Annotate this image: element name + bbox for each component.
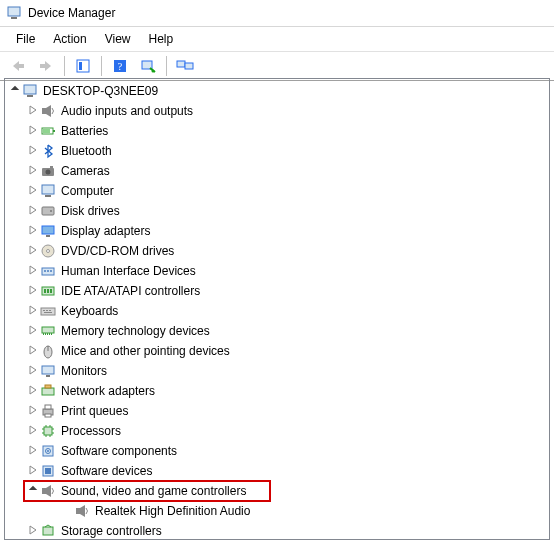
- device-tree[interactable]: DESKTOP-Q3NEE09Audio inputs and outputsB…: [4, 78, 550, 540]
- chevron-right-icon[interactable]: [27, 525, 39, 537]
- tree-root[interactable]: DESKTOP-Q3NEE09: [5, 81, 549, 101]
- device-category[interactable]: DVD/CD-ROM drives: [5, 241, 549, 261]
- chevron-right-icon[interactable]: [27, 465, 39, 477]
- menu-file[interactable]: File: [8, 32, 43, 46]
- category-label: Memory technology devices: [59, 324, 210, 338]
- chevron-right-icon[interactable]: [27, 105, 39, 117]
- chevron-right-icon[interactable]: [27, 125, 39, 137]
- chevron-right-icon[interactable]: [27, 445, 39, 457]
- svg-text:?: ?: [118, 61, 123, 72]
- chevron-right-icon[interactable]: [27, 365, 39, 377]
- speaker-icon: [39, 103, 57, 119]
- device-category[interactable]: Mice and other pointing devices: [5, 341, 549, 361]
- category-label: Computer: [59, 184, 114, 198]
- device-category[interactable]: Network adapters: [5, 381, 549, 401]
- category-label: Human Interface Devices: [59, 264, 196, 278]
- menu-help[interactable]: Help: [141, 32, 182, 46]
- scan-hardware-button[interactable]: [135, 54, 161, 78]
- chevron-right-icon[interactable]: [27, 425, 39, 437]
- devices-and-printers-button[interactable]: [172, 54, 198, 78]
- camera-icon: [39, 163, 57, 179]
- device-category[interactable]: Monitors: [5, 361, 549, 381]
- window-title: Device Manager: [28, 6, 115, 20]
- device-category[interactable]: Software components: [5, 441, 549, 461]
- chevron-down-icon[interactable]: [9, 85, 21, 97]
- forward-button[interactable]: [33, 54, 59, 78]
- chevron-down-icon[interactable]: [27, 485, 39, 497]
- disk-icon: [39, 203, 57, 219]
- category-label: Display adapters: [59, 224, 150, 238]
- category-label: Bluetooth: [59, 144, 112, 158]
- device-category[interactable]: Bluetooth: [5, 141, 549, 161]
- battery-icon: [39, 123, 57, 139]
- app-icon: [6, 5, 22, 21]
- category-label: Disk drives: [59, 204, 120, 218]
- chevron-right-icon[interactable]: [27, 225, 39, 237]
- category-label: Mice and other pointing devices: [59, 344, 230, 358]
- device-label: Realtek High Definition Audio: [93, 504, 250, 518]
- monitor-icon: [39, 363, 57, 379]
- cpu-icon: [39, 423, 57, 439]
- sound-icon: [39, 483, 57, 499]
- separator: [166, 56, 167, 76]
- chevron-right-icon[interactable]: [27, 305, 39, 317]
- separator: [64, 56, 65, 76]
- toolbar: ?: [0, 52, 554, 81]
- device-category[interactable]: Batteries: [5, 121, 549, 141]
- device-category[interactable]: Software devices: [5, 461, 549, 481]
- cdrom-icon: [39, 243, 57, 259]
- menu-action[interactable]: Action: [45, 32, 94, 46]
- titlebar: Device Manager: [0, 0, 554, 27]
- chevron-right-icon[interactable]: [27, 245, 39, 257]
- printer-icon: [39, 403, 57, 419]
- chevron-right-icon[interactable]: [27, 405, 39, 417]
- device-category[interactable]: Human Interface Devices: [5, 261, 549, 281]
- ide-icon: [39, 283, 57, 299]
- device-category[interactable]: Memory technology devices: [5, 321, 549, 341]
- computer-icon: [21, 83, 39, 99]
- device-category[interactable]: Audio inputs and outputs: [5, 101, 549, 121]
- chevron-right-icon[interactable]: [27, 325, 39, 337]
- mouse-icon: [39, 343, 57, 359]
- device-category[interactable]: Disk drives: [5, 201, 549, 221]
- category-label: Processors: [59, 424, 121, 438]
- device-category[interactable]: Print queues: [5, 401, 549, 421]
- category-label: Batteries: [59, 124, 108, 138]
- chevron-right-icon[interactable]: [27, 385, 39, 397]
- device-category[interactable]: Processors: [5, 421, 549, 441]
- device-item[interactable]: Realtek High Definition Audio: [5, 501, 549, 521]
- chevron-right-icon[interactable]: [27, 285, 39, 297]
- help-button[interactable]: ?: [107, 54, 133, 78]
- category-label: Network adapters: [59, 384, 155, 398]
- softdev-icon: [39, 463, 57, 479]
- device-category[interactable]: Display adapters: [5, 221, 549, 241]
- show-hide-tree-button[interactable]: [70, 54, 96, 78]
- hid-icon: [39, 263, 57, 279]
- svg-rect-10: [177, 61, 185, 67]
- device-category[interactable]: Computer: [5, 181, 549, 201]
- category-label: Audio inputs and outputs: [59, 104, 193, 118]
- category-label: Keyboards: [59, 304, 118, 318]
- menu-view[interactable]: View: [97, 32, 139, 46]
- device-category[interactable]: Sound, video and game controllers: [5, 481, 549, 501]
- device-category[interactable]: IDE ATA/ATAPI controllers: [5, 281, 549, 301]
- category-label: Software components: [59, 444, 177, 458]
- category-label: Cameras: [59, 164, 110, 178]
- svg-rect-1: [11, 17, 17, 19]
- storage-icon: [39, 523, 57, 539]
- chevron-right-icon[interactable]: [27, 185, 39, 197]
- device-category[interactable]: Cameras: [5, 161, 549, 181]
- bluetooth-icon: [39, 143, 57, 159]
- chevron-right-icon[interactable]: [27, 165, 39, 177]
- back-button[interactable]: [5, 54, 31, 78]
- chevron-right-icon[interactable]: [27, 345, 39, 357]
- chevron-right-icon[interactable]: [27, 145, 39, 157]
- menubar: File Action View Help: [0, 27, 554, 52]
- device-category[interactable]: Storage controllers: [5, 521, 549, 540]
- svg-point-9: [152, 70, 155, 73]
- chevron-right-icon[interactable]: [27, 205, 39, 217]
- device-category[interactable]: Keyboards: [5, 301, 549, 321]
- softcomp-icon: [39, 443, 57, 459]
- computer-icon: [39, 183, 57, 199]
- chevron-right-icon[interactable]: [27, 265, 39, 277]
